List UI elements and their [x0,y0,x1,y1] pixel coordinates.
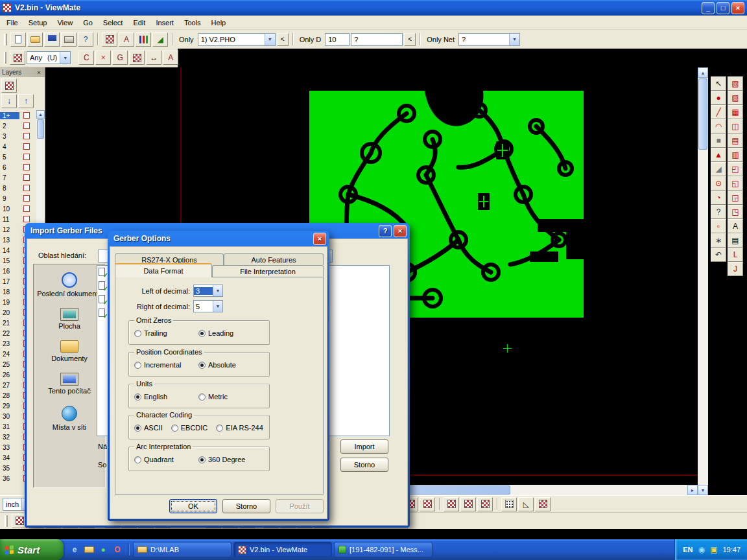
layer-visibility-checkbox[interactable] [23,185,30,191]
radio-button-icon[interactable] [134,330,141,337]
layer-number[interactable]: 32 [0,434,19,441]
layer-visibility-checkbox[interactable] [23,164,30,170]
only-layer-label[interactable]: Only [176,36,196,43]
place-plocha[interactable]: Plocha [34,303,105,336]
layer-number[interactable]: 30 [0,413,19,420]
menu-go[interactable]: Go [78,17,98,29]
add-arc2-button[interactable]: ◔ [711,191,726,205]
layer-number[interactable]: 1+ [0,112,19,119]
import-button[interactable]: Import [340,439,388,454]
chevron-down-icon[interactable]: ▼ [509,34,519,45]
ok-button[interactable]: OK [169,499,217,513]
angle-button[interactable]: ◺ [518,497,534,511]
print-button[interactable] [61,32,77,47]
layer-row[interactable]: 10 [0,204,36,214]
radio-incremental[interactable]: Incremental [134,361,190,369]
layer-number[interactable]: 20 [0,309,19,316]
frame-select-3-button[interactable]: ▦ [728,105,743,119]
scroll-thumb[interactable] [698,78,707,150]
radio-button-icon[interactable] [216,425,223,432]
layer-number[interactable]: 26 [0,371,19,379]
dialog-close-button[interactable]: × [394,225,407,237]
layer-number[interactable]: 15 [0,257,19,264]
frame-select-6-button[interactable]: ▥ [728,148,743,162]
layer-number[interactable]: 17 [0,278,19,285]
dialog-titlebar[interactable]: Gerber Options × [110,231,327,246]
frame-select-1-button[interactable]: ▧ [728,76,743,91]
radio-button-icon[interactable] [198,362,206,369]
new-file-button[interactable] [10,32,26,47]
layer-number[interactable]: 5 [0,154,19,161]
aperture-chip-button[interactable] [10,51,25,65]
layer-number[interactable]: 28 [0,392,19,399]
move-layer-down-button[interactable]: ↓ [1,94,17,108]
layer-number[interactable]: 19 [0,299,19,306]
tab-auto-features[interactable]: Auto Features [224,253,324,265]
measure-button[interactable]: ◢ [152,32,168,47]
small-pad-button[interactable]: ▫ [711,219,726,233]
layer-number[interactable]: 22 [0,330,19,337]
radio-button-icon[interactable] [198,393,206,401]
only-net-label[interactable]: Only Net [424,36,457,43]
storno-button[interactable]: Storno [222,499,270,513]
layer-visibility-checkbox[interactable] [23,205,30,212]
layer-bars-button[interactable] [136,32,151,47]
open-file-button[interactable] [27,32,43,47]
minimize-button[interactable]: _ [702,2,715,14]
pattern-view-7-button[interactable] [460,497,476,511]
layer-row[interactable]: 7 [0,172,36,183]
opera-button[interactable]: O [112,544,123,555]
net-combo[interactable]: ? ▼ [458,33,520,46]
scroll-up-icon[interactable]: ▲ [698,67,708,78]
layer-number[interactable]: 13 [0,237,19,244]
gerber-file-item[interactable]: ✓ [99,281,107,291]
l-tool-button[interactable]: L [728,248,743,262]
toolbar-grip[interactable] [4,34,7,45]
layer-number[interactable]: 9 [0,195,19,202]
frame-select-8-button[interactable]: ◱ [728,176,743,191]
place-posledn-dokumenty[interactable]: Poslední dokumenty [34,267,105,303]
taskbar-task-d-mlab[interactable]: D:\MLAB [133,542,231,557]
radio-button-icon[interactable] [198,330,206,337]
frame-select-7-button[interactable]: ◰ [728,162,743,176]
layer-number[interactable]: 35 [0,465,19,472]
aperture-combo[interactable]: Any (U) ▼ [27,51,71,64]
layer-number[interactable]: 14 [0,247,19,254]
start-button[interactable]: Start [0,539,64,560]
gerber-file-item[interactable]: ✓ [99,268,107,277]
layer-number[interactable]: 8 [0,185,19,192]
frame-select-9-button[interactable]: ◲ [728,191,743,205]
layer-number[interactable]: 11 [0,216,19,223]
pattern-view-5-button[interactable] [420,497,435,511]
layer-row[interactable]: 2 [0,121,36,131]
layer-number[interactable]: 4 [0,143,19,150]
place-m-sta-v-s-ti[interactable]: Místa v síti [34,401,105,437]
frame-select-10-button[interactable]: ◳ [728,205,743,219]
stretch-button[interactable]: ↔ [146,51,161,65]
close-layers-icon[interactable]: × [35,69,43,76]
menu-help[interactable]: Help [206,17,231,29]
radio-ebcdic[interactable]: EBCDIC [171,424,208,432]
scroll-thumb[interactable] [37,119,44,139]
layer-number[interactable]: 29 [0,402,19,410]
layer-visibility-checkbox[interactable] [23,133,30,139]
radio-button-icon[interactable] [198,456,206,463]
left-of-decimal-combo[interactable]: 3▼ [193,285,223,297]
layer-number[interactable]: 33 [0,444,19,451]
clock[interactable]: 19:47 [722,546,741,554]
add-rect-button[interactable]: ■ [711,134,726,148]
menu-view[interactable]: View [52,17,78,29]
storno-button[interactable]: Storno [340,458,388,472]
grid-c-button[interactable] [501,497,517,511]
layer-number[interactable]: 7 [0,174,19,181]
only-dcode-label[interactable]: Only D [297,36,324,43]
layer-number[interactable]: 3 [0,133,19,140]
toolbar-grip[interactable] [5,515,8,527]
j-tool-button[interactable]: J [728,262,743,276]
layer-visibility-checkbox[interactable] [23,174,30,181]
tray-app-button[interactable]: ▣ [709,545,718,555]
radio-ascii[interactable]: ASCII [134,424,163,432]
layer-visibility-checkbox[interactable] [23,154,30,160]
query-button[interactable]: ? [711,205,726,219]
taskbar-task-191-482-091-mess[interactable]: [191-482-091] - Mess... [334,542,433,557]
